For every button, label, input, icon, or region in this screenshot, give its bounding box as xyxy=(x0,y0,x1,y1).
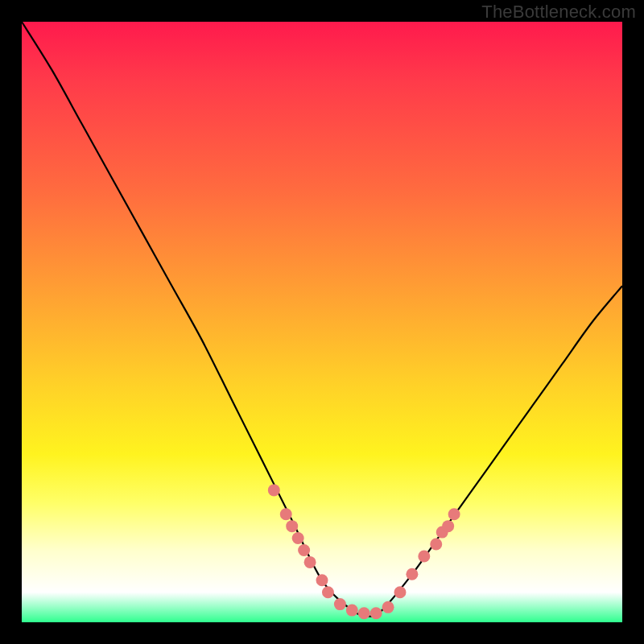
highlight-dot xyxy=(292,532,304,544)
highlight-dot xyxy=(334,598,346,610)
highlight-dot xyxy=(430,539,442,551)
bottleneck-curve xyxy=(22,22,622,617)
highlight-dot xyxy=(406,568,418,580)
highlight-dot xyxy=(370,607,382,619)
watermark-text: TheBottleneck.com xyxy=(481,2,636,23)
highlight-dot xyxy=(358,607,370,619)
highlight-dot xyxy=(442,520,454,532)
highlight-dot xyxy=(382,601,394,613)
highlight-dot xyxy=(298,544,310,556)
highlight-dot xyxy=(448,508,460,520)
highlight-dot xyxy=(346,605,358,617)
highlight-dots-group xyxy=(268,484,460,619)
highlight-dot xyxy=(268,484,280,496)
highlight-dot xyxy=(322,586,334,598)
highlight-dot xyxy=(316,574,328,586)
highlight-dot xyxy=(418,550,430,562)
highlight-dot xyxy=(286,520,298,532)
chart-svg xyxy=(22,22,622,622)
highlight-dot xyxy=(304,556,316,568)
highlight-dot xyxy=(280,508,292,520)
highlight-dot xyxy=(394,586,406,598)
chart-frame: TheBottleneck.com xyxy=(0,0,644,644)
